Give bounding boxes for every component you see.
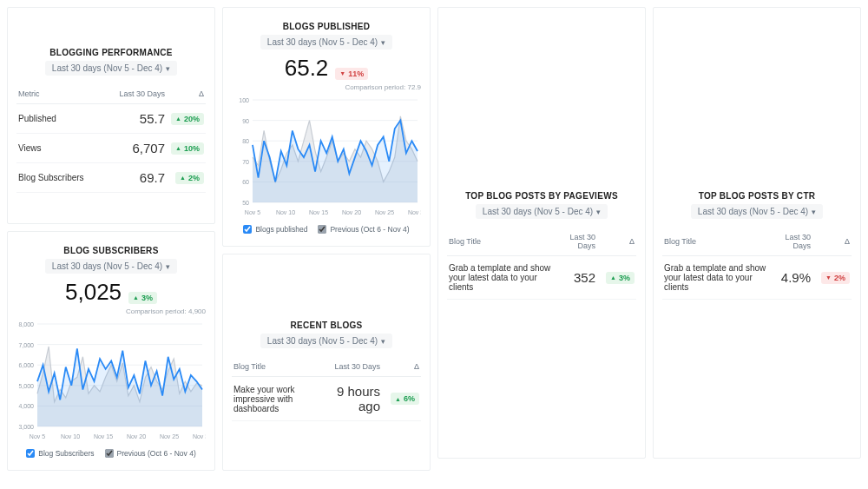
arrow-down-icon: ▼ bbox=[339, 70, 345, 76]
arrow-up-icon: ▲ bbox=[610, 274, 616, 281]
metric-row: 65.2 ▼11% bbox=[232, 55, 421, 82]
table-row[interactable]: Grab a template and show your latest dat… bbox=[447, 256, 636, 300]
column-c: TOP BLOG POSTS BY PAGEVIEWS Last 30 days… bbox=[437, 7, 646, 482]
row-value: 69.7 bbox=[104, 163, 167, 193]
table-row[interactable]: Make your work impressive with dashboard… bbox=[232, 377, 421, 421]
card-top-pageviews: TOP BLOG POSTS BY PAGEVIEWS Last 30 days… bbox=[437, 7, 646, 459]
row-title: Published bbox=[16, 104, 104, 134]
arrow-up-icon: ▲ bbox=[175, 145, 181, 151]
svg-text:Nov 15: Nov 15 bbox=[94, 433, 113, 439]
svg-text:6,000: 6,000 bbox=[18, 362, 34, 368]
svg-text:Nov 25: Nov 25 bbox=[160, 433, 179, 439]
card-recent-blogs: RECENT BLOGS Last 30 days (Nov 5 - Dec 4… bbox=[222, 254, 431, 471]
top-pageviews-table: Blog Title Last 30 Days Δ Grab a templat… bbox=[447, 228, 636, 300]
delta-badge: ▲3% bbox=[606, 272, 635, 284]
delta-badge: ▼2% bbox=[821, 272, 850, 284]
svg-text:Nov 30: Nov 30 bbox=[193, 433, 206, 439]
column-a: BLOGGING PERFORMANCE Last 30 days (Nov 5… bbox=[7, 7, 215, 482]
card-title: TOP BLOG POSTS BY CTR bbox=[662, 191, 852, 201]
delta-badge: ▲10% bbox=[171, 142, 204, 155]
legend-item-previous[interactable]: Previous (Oct 6 - Nov 4) bbox=[105, 449, 196, 458]
chart-legend: Blog Subscribers Previous (Oct 6 - Nov 4… bbox=[16, 449, 206, 458]
chevron-down-icon: ▾ bbox=[381, 38, 385, 47]
col-value: Last 30 Days bbox=[332, 357, 382, 377]
col-title: Blog Title bbox=[662, 228, 773, 256]
svg-text:Nov 20: Nov 20 bbox=[342, 209, 361, 215]
period-label: Last 30 days (Nov 5 - Dec 4) bbox=[483, 207, 593, 216]
row-value: 4.9% bbox=[773, 256, 812, 300]
table-row[interactable]: Published55.7▲20% bbox=[16, 104, 206, 134]
svg-text:60: 60 bbox=[242, 179, 249, 185]
period-label: Last 30 days (Nov 5 - Dec 4) bbox=[267, 336, 378, 346]
card-blogging-performance: BLOGGING PERFORMANCE Last 30 days (Nov 5… bbox=[7, 7, 215, 224]
col-delta: Δ bbox=[167, 84, 206, 104]
legend-item-previous[interactable]: Previous (Oct 6 - Nov 4) bbox=[318, 225, 409, 234]
row-title: Blog Subscribers bbox=[16, 163, 104, 193]
period-selector[interactable]: Last 30 days (Nov 5 - Dec 4) ▾ bbox=[260, 35, 392, 50]
metric-delta: ▲3% bbox=[128, 292, 157, 304]
svg-text:50: 50 bbox=[242, 200, 249, 206]
period-label: Last 30 days (Nov 5 - Dec 4) bbox=[698, 207, 808, 216]
period-selector[interactable]: Last 30 days (Nov 5 - Dec 4) ▾ bbox=[260, 334, 392, 348]
card-title: BLOGS PUBLISHED bbox=[232, 22, 421, 31]
row-delta: ▲10% bbox=[167, 134, 206, 163]
row-value: 55.7 bbox=[104, 104, 167, 134]
col-delta: Δ bbox=[382, 357, 421, 377]
column-d: TOP BLOG POSTS BY CTR Last 30 days (Nov … bbox=[653, 7, 861, 482]
card-blogs-published: BLOGS PUBLISHED Last 30 days (Nov 5 - De… bbox=[222, 7, 431, 247]
top-ctr-table: Blog Title Last 30 Days Δ Grab a templat… bbox=[662, 228, 852, 300]
legend-checkbox[interactable] bbox=[318, 225, 326, 234]
col-title: Blog Title bbox=[447, 228, 562, 256]
svg-text:90: 90 bbox=[242, 118, 249, 124]
chart-legend: Blogs published Previous (Oct 6 - Nov 4) bbox=[232, 225, 421, 234]
metric-value: 5,025 bbox=[65, 279, 122, 306]
row-delta: ▲6% bbox=[382, 377, 421, 421]
period-label: Last 30 days (Nov 5 - Dec 4) bbox=[52, 261, 162, 271]
chevron-down-icon: ▾ bbox=[812, 208, 816, 216]
svg-text:100: 100 bbox=[239, 97, 249, 103]
recent-blogs-table: Blog Title Last 30 Days Δ Make your work… bbox=[232, 357, 421, 421]
row-title: Views bbox=[16, 134, 104, 163]
legend-item-primary[interactable]: Blog Subscribers bbox=[26, 449, 94, 458]
comparison-period: Comparison period: 72.9 bbox=[232, 83, 421, 91]
col-title: Blog Title bbox=[232, 357, 332, 377]
table-row[interactable]: Blog Subscribers69.7▲2% bbox=[16, 163, 206, 193]
svg-text:Nov 5: Nov 5 bbox=[245, 209, 260, 215]
chevron-down-icon: ▾ bbox=[166, 262, 170, 271]
svg-text:Nov 5: Nov 5 bbox=[30, 433, 45, 439]
col-delta: Δ bbox=[812, 228, 852, 256]
card-title: BLOG SUBSCRIBERS bbox=[16, 246, 206, 255]
row-value: 6,707 bbox=[104, 134, 167, 163]
card-title: RECENT BLOGS bbox=[232, 320, 421, 330]
svg-text:80: 80 bbox=[242, 138, 249, 144]
metric-value: 65.2 bbox=[285, 55, 329, 82]
legend-checkbox[interactable] bbox=[243, 225, 252, 234]
period-selector[interactable]: Last 30 days (Nov 5 - Dec 4) ▾ bbox=[45, 259, 177, 274]
svg-text:Nov 30: Nov 30 bbox=[408, 209, 421, 215]
col-value: Last 30 Days bbox=[773, 228, 812, 256]
svg-text:5,000: 5,000 bbox=[18, 383, 34, 389]
col-metric: Metric bbox=[16, 84, 104, 104]
arrow-up-icon: ▲ bbox=[175, 116, 181, 122]
table-row[interactable]: Grab a template and show your latest dat… bbox=[662, 256, 852, 300]
comparison-period: Comparison period: 4,900 bbox=[16, 307, 206, 315]
chevron-down-icon: ▾ bbox=[381, 337, 385, 346]
chevron-down-icon: ▾ bbox=[596, 208, 601, 216]
delta-badge: ▲2% bbox=[175, 172, 204, 184]
arrow-down-icon: ▼ bbox=[825, 274, 832, 281]
card-top-ctr: TOP BLOG POSTS BY CTR Last 30 days (Nov … bbox=[653, 7, 861, 459]
legend-checkbox[interactable] bbox=[105, 449, 114, 458]
period-selector[interactable]: Last 30 days (Nov 5 - Dec 4) ▾ bbox=[45, 61, 177, 76]
period-selector[interactable]: Last 30 days (Nov 5 - Dec 4) ▾ bbox=[691, 204, 823, 219]
svg-text:Nov 25: Nov 25 bbox=[375, 209, 394, 215]
delta-badge: ▲6% bbox=[391, 393, 419, 405]
period-selector[interactable]: Last 30 days (Nov 5 - Dec 4) ▾ bbox=[476, 204, 608, 219]
metrics-table: Metric Last 30 Days Δ Published55.7▲20%V… bbox=[16, 84, 206, 193]
legend-checkbox[interactable] bbox=[26, 449, 35, 458]
row-title: Grab a template and show your latest dat… bbox=[662, 256, 773, 300]
legend-item-primary[interactable]: Blogs published bbox=[243, 225, 307, 234]
table-row[interactable]: Views6,707▲10% bbox=[16, 134, 206, 163]
metric-row: 5,025 ▲3% bbox=[16, 279, 206, 306]
card-title: BLOGGING PERFORMANCE bbox=[16, 48, 206, 57]
dashboard-grid: BLOGGING PERFORMANCE Last 30 days (Nov 5… bbox=[0, 0, 868, 489]
